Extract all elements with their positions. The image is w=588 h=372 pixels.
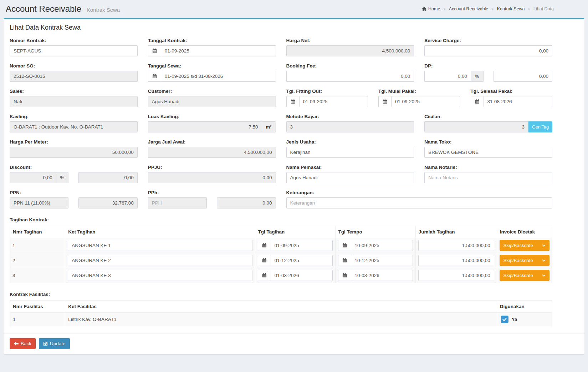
kavling-input bbox=[10, 121, 138, 132]
discount-percent-input bbox=[10, 172, 56, 183]
tanggal-kontrak-label: Tanggal Kontrak: bbox=[148, 38, 276, 43]
invoice-dicetak-select[interactable]: Skip/Backdate bbox=[500, 255, 549, 266]
harga-net-input bbox=[286, 45, 414, 56]
back-button[interactable]: Back bbox=[10, 338, 36, 349]
ket-fasilitas-cell: Listrik Kav. O-BARAT1 bbox=[65, 313, 497, 326]
field-tgl-mulai-pakai: Tgl. Mulai Pakai: bbox=[378, 89, 460, 107]
dp-amount-input[interactable] bbox=[494, 71, 552, 82]
fasilitas-header-digunakan: Digunakan bbox=[497, 301, 552, 313]
field-jenis-usaha: Jenis Usaha: bbox=[286, 139, 414, 158]
field-customer: Customer: bbox=[148, 89, 276, 107]
keterangan-input[interactable] bbox=[286, 197, 553, 208]
update-button[interactable]: Update bbox=[39, 338, 70, 349]
panel-title: Lihat Data Kontrak Sewa bbox=[10, 24, 578, 31]
ppn-type-input bbox=[10, 197, 68, 208]
ket-tagihan-input[interactable] bbox=[68, 255, 252, 266]
nama-toko-input[interactable] bbox=[424, 147, 552, 158]
field-nama-pemakai: Nama Pemakai: bbox=[286, 165, 414, 183]
field-luas-kavling: Luas Kavling: m² bbox=[148, 114, 276, 132]
jumlah-tagihan-input[interactable] bbox=[418, 240, 494, 251]
kontrak-fasilitas-label: Kontrak Fasilitas: bbox=[10, 292, 552, 297]
nama-notaris-input[interactable] bbox=[424, 172, 552, 183]
kavling-label: Kavling: bbox=[10, 114, 138, 119]
home-icon bbox=[422, 7, 426, 11]
nmr-fasilitas-cell: 1 bbox=[10, 313, 65, 326]
jenis-usaha-input[interactable] bbox=[286, 147, 414, 158]
booking-fee-input[interactable] bbox=[286, 71, 414, 82]
discount-amount-input bbox=[78, 172, 137, 183]
tanggal-sewa-input[interactable] bbox=[161, 71, 276, 82]
digunakan-checkbox[interactable] bbox=[501, 316, 508, 323]
breadcrumb-account-receivable[interactable]: Account Receivable bbox=[449, 6, 488, 11]
field-jarga-jual-awal: Jarga Jual Awal: bbox=[148, 139, 276, 158]
tgl-tagihan-input[interactable] bbox=[271, 255, 333, 266]
field-cicilan: Cicilan: Gen Tag bbox=[424, 114, 552, 132]
tanggal-kontrak-input[interactable] bbox=[161, 45, 276, 56]
tgl-mulai-pakai-label: Tgl. Mulai Pakai: bbox=[378, 89, 460, 94]
breadcrumb-kontrak-sewa[interactable]: Kontrak Sewa bbox=[497, 6, 525, 11]
field-metode-bayar: Metode Bayar: bbox=[286, 114, 414, 132]
tagihan-header-invoice: Invoice Dicetak bbox=[497, 226, 552, 238]
digunakan-checkbox-wrap: Ya bbox=[500, 315, 549, 324]
booking-fee-label: Booking Fee: bbox=[286, 63, 414, 69]
nomor-so-input bbox=[10, 71, 138, 82]
kontrak-fasilitas-table: Nmr Fasilitas Ket Fasilitas Digunakan 1 … bbox=[10, 300, 552, 326]
tgl-tempo-input[interactable] bbox=[351, 255, 413, 266]
field-service-charge: Service Charge: bbox=[424, 38, 552, 56]
tgl-tagihan-input[interactable] bbox=[271, 240, 333, 251]
save-icon bbox=[43, 341, 48, 346]
tagihan-kontrak-table: Nmr Tagihan Ket Tagihan Tgl Tagihan Tgl … bbox=[10, 226, 552, 283]
service-charge-label: Service Charge: bbox=[424, 38, 552, 43]
date-fields-group: Tgl. Fitting Out: Tgl. Mulai Pakai: bbox=[286, 89, 553, 107]
panel-footer: Back Update bbox=[4, 333, 584, 354]
tagihan-row: 2 bbox=[10, 253, 552, 268]
tgl-tagihan-input[interactable] bbox=[271, 270, 333, 281]
nmr-tagihan-cell: 2 bbox=[10, 253, 65, 268]
dp-label: DP: bbox=[424, 63, 552, 69]
pph-amount-input bbox=[217, 197, 276, 208]
calendar-icon bbox=[378, 96, 391, 107]
field-dp: DP: % bbox=[424, 63, 552, 82]
tagihan-header-row: Nmr Tagihan Ket Tagihan Tgl Tagihan Tgl … bbox=[10, 226, 552, 238]
tgl-tempo-input[interactable] bbox=[351, 270, 413, 281]
customer-label: Customer: bbox=[148, 89, 276, 94]
field-discount: Discount: % bbox=[10, 165, 138, 183]
nomor-kontrak-input[interactable] bbox=[10, 45, 138, 56]
field-nama-toko: Nama Toko: bbox=[424, 139, 552, 158]
nama-pemakai-input[interactable] bbox=[286, 172, 414, 183]
service-charge-input[interactable] bbox=[424, 45, 552, 56]
fasilitas-header-ket: Ket Fasilitas bbox=[65, 301, 497, 313]
tgl-selesai-pakai-label: Tgl. Selesai Pakai: bbox=[471, 89, 553, 94]
tgl-fitting-out-input[interactable] bbox=[299, 96, 368, 107]
invoice-dicetak-select[interactable]: Skip/Backdate bbox=[500, 270, 549, 281]
contract-form: Nomor Kontrak: Tanggal Kontrak: Harga Ne… bbox=[10, 38, 552, 208]
tgl-mulai-pakai-input[interactable] bbox=[391, 96, 460, 107]
field-sales: Sales: bbox=[10, 89, 138, 107]
sales-label: Sales: bbox=[10, 89, 138, 94]
gen-tag-button[interactable]: Gen Tag bbox=[528, 121, 552, 132]
field-harga-per-meter: Harga Per Meter: bbox=[10, 139, 138, 158]
harga-net-label: Harga Net: bbox=[286, 38, 414, 43]
field-nomor-kontrak: Nomor Kontrak: bbox=[10, 38, 138, 56]
tagihan-header-ket: Ket Tagihan bbox=[65, 226, 255, 238]
dp-percent-input[interactable] bbox=[424, 71, 471, 82]
ppn-label: PPN: bbox=[10, 190, 138, 195]
jumlah-tagihan-input[interactable] bbox=[418, 255, 494, 266]
tgl-tempo-input[interactable] bbox=[351, 240, 413, 251]
breadcrumb-home[interactable]: Home bbox=[422, 6, 440, 11]
fasilitas-header-row: Nmr Fasilitas Ket Fasilitas Digunakan bbox=[10, 301, 552, 313]
invoice-dicetak-select[interactable]: Skip/Backdate bbox=[500, 240, 549, 251]
ppn-amount-input bbox=[78, 197, 137, 208]
tgl-selesai-pakai-input[interactable] bbox=[484, 96, 553, 107]
field-harga-net: Harga Net: bbox=[286, 38, 414, 56]
chevron-down-icon bbox=[542, 244, 546, 247]
ket-tagihan-input[interactable] bbox=[68, 240, 252, 251]
jumlah-tagihan-input[interactable] bbox=[418, 270, 494, 281]
field-keterangan: Keterangan: bbox=[286, 190, 553, 208]
calendar-icon bbox=[148, 45, 161, 56]
page-title-text: Account Receivable bbox=[6, 4, 81, 14]
calendar-icon bbox=[338, 270, 351, 281]
pph-label: PPh: bbox=[148, 190, 276, 195]
ket-tagihan-input[interactable] bbox=[68, 270, 252, 281]
calendar-icon bbox=[338, 255, 351, 266]
